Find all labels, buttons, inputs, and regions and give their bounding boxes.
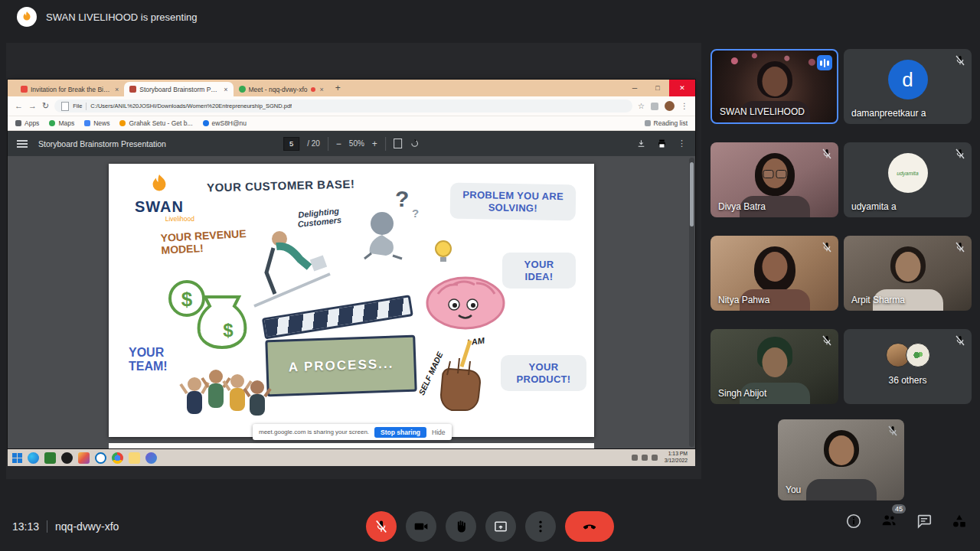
tab-close-icon[interactable]: × (113, 86, 119, 93)
label-a-process: A PROCESS... (288, 357, 394, 376)
reading-list-button[interactable]: Reading list (645, 119, 688, 127)
mic-off-icon (954, 241, 966, 253)
app-icon[interactable] (145, 452, 157, 464)
fit-page-icon[interactable] (394, 139, 402, 148)
close-window-button[interactable]: ✕ (669, 80, 695, 96)
new-tab-button[interactable]: + (335, 83, 341, 93)
tab-invitation[interactable]: Invitation for Break the Bias (in-... × (15, 82, 124, 96)
google-meet-window: SWAN LIVELIHOOD is presenting Invitation… (0, 0, 980, 551)
start-button[interactable] (12, 453, 22, 463)
profile-avatar[interactable] (665, 101, 675, 111)
browser-menu-icon[interactable]: ⋮ (681, 102, 688, 110)
scrollbar-thumb[interactable] (690, 162, 694, 227)
bookmark-star-icon[interactable]: ☆ (638, 102, 645, 110)
sharing-notice-text: meet.google.com is sharing your screen. (259, 429, 369, 435)
news-icon (84, 120, 90, 126)
svg-text:?: ? (412, 207, 419, 220)
mic-toggle-button[interactable] (366, 511, 397, 542)
minimize-button[interactable]: ─ (623, 80, 646, 96)
camera-app-icon[interactable] (61, 452, 73, 464)
present-button[interactable] (485, 511, 516, 542)
zoom-out-icon[interactable]: − (336, 139, 341, 149)
activities-icon[interactable] (951, 513, 968, 530)
confused-customer-illustration: ? ? (361, 185, 426, 266)
maximize-button[interactable]: □ (646, 80, 669, 96)
participant-name: Singh Abijot (718, 388, 766, 399)
url-field[interactable]: File C:/Users/ANIL%20JOSHI/Downloads/Wom… (54, 99, 632, 112)
meeting-code-label: nqq-dvwy-xfo (55, 520, 119, 533)
bookmark-grahak[interactable]: Grahak Setu - Get b... (119, 119, 192, 127)
bookmark-news[interactable]: News (84, 119, 109, 127)
end-call-button[interactable] (565, 511, 614, 542)
chat-panel-icon[interactable] (916, 513, 933, 530)
divider (47, 520, 47, 533)
label-your-idea: YOURIDEA! (502, 253, 576, 289)
system-tray: 1:13 PM 3/12/2022 (632, 451, 691, 465)
letter-avatar: d (888, 60, 928, 99)
zoom-in-icon[interactable]: + (372, 139, 377, 149)
raise-hand-button[interactable] (446, 511, 476, 542)
meeting-info-icon[interactable] (845, 513, 862, 530)
hide-notice-button[interactable]: Hide (432, 429, 445, 436)
tab-strip: Invitation for Break the Bias (in-... × … (8, 80, 695, 96)
grahak-favicon (119, 120, 126, 126)
participant-name: SWAN LIVELIHOOD (720, 106, 805, 117)
tab-meet[interactable]: Meet - nqq-dvwy-xfo × (234, 82, 329, 96)
mic-off-icon (821, 241, 833, 253)
bookmark-ew[interactable]: ewS8H@nu (203, 119, 247, 127)
windows-taskbar: 1:13 PM 3/12/2022 (8, 449, 695, 466)
edge-icon[interactable] (28, 452, 39, 464)
participant-tile-swan[interactable]: SWAN LIVELIHOOD (710, 49, 838, 124)
rotate-icon[interactable] (410, 139, 420, 148)
participant-tile-divya[interactable]: Divya Batra (710, 142, 838, 217)
back-icon[interactable]: ← (15, 102, 23, 110)
participant-tile-nitya[interactable]: Nitya Pahwa (710, 236, 838, 311)
refresh-icon[interactable]: ↻ (42, 102, 49, 110)
glasses-decor (763, 170, 786, 178)
participant-name: Divya Batra (718, 201, 766, 212)
download-icon[interactable] (636, 139, 646, 148)
forward-icon[interactable]: → (28, 102, 37, 110)
tab-label: Invitation for Break the Bias (in-... (31, 86, 110, 93)
chrome-icon[interactable] (112, 452, 123, 464)
camera-toggle-button[interactable] (406, 511, 436, 542)
print-icon[interactable] (657, 139, 667, 148)
present-icon (493, 519, 508, 534)
participant-tile-others[interactable]: 36 others (844, 329, 972, 404)
tab-storyboard-active[interactable]: Storyboard Brainstorm Presenta... × (124, 82, 233, 96)
taskbar-clock[interactable]: 1:13 PM 3/12/2022 (662, 451, 691, 465)
self-name-label: You (786, 484, 801, 495)
tray-network-icon[interactable] (642, 455, 648, 461)
apps-grid-icon (15, 120, 21, 126)
participant-tile-arpit[interactable]: Arpit Sharma (844, 236, 972, 311)
participants-panel-button[interactable]: 45 (880, 511, 897, 531)
self-view-tile[interactable]: You (778, 419, 904, 500)
tab-close-icon[interactable]: × (318, 86, 324, 93)
swan-logo-icon (21, 11, 33, 23)
tray-volume-icon[interactable] (652, 455, 658, 461)
logo-avatar: udyamita (888, 153, 928, 193)
pdf-more-icon[interactable]: ⋮ (678, 139, 686, 148)
stop-sharing-button[interactable]: Stop sharing (374, 427, 426, 438)
people-icon (880, 511, 897, 528)
bookmark-maps[interactable]: Maps (49, 119, 74, 127)
pdf-menu-icon[interactable] (17, 143, 28, 145)
participant-tile-damanpreet[interactable]: d damanpreetkaur a (844, 49, 972, 124)
participant-count-badge: 45 (892, 504, 906, 514)
page-number-input[interactable]: 5 (283, 137, 299, 151)
excel-icon[interactable] (44, 452, 56, 464)
tray-hidden-icons[interactable] (632, 455, 638, 461)
mic-off-icon (821, 148, 833, 160)
hp-icon[interactable] (95, 452, 106, 464)
pdf-scrollbar[interactable] (689, 158, 694, 447)
tab-label: Meet - nqq-dvwy-xfo (249, 86, 308, 93)
tab-close-icon[interactable]: × (222, 86, 227, 93)
photos-icon[interactable] (78, 452, 90, 464)
mic-off-icon (954, 334, 966, 347)
participant-tile-singh[interactable]: Singh Abijot (710, 329, 838, 404)
participant-tile-udyamita[interactable]: udyamita udyamita a (844, 142, 972, 217)
bookmark-apps[interactable]: Apps (15, 119, 39, 127)
extensions-icon[interactable] (651, 103, 658, 110)
file-explorer-icon[interactable] (129, 452, 140, 464)
more-options-button[interactable] (525, 511, 556, 542)
